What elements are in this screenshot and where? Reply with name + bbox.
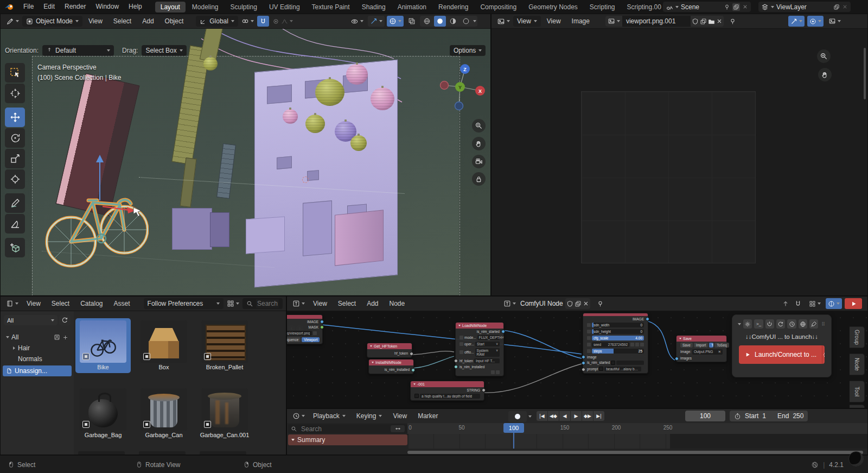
editor-type-button[interactable] — [290, 411, 307, 421]
close-icon[interactable] — [583, 300, 589, 307]
gizmos-dropdown[interactable] — [368, 16, 385, 27]
socket-hftoken-in[interactable] — [454, 359, 458, 363]
socket-image-in[interactable] — [582, 355, 585, 359]
menu-view[interactable]: View — [388, 409, 412, 424]
tool-select-box[interactable] — [5, 63, 25, 83]
pan-hand-button[interactable] — [818, 68, 832, 81]
socket-images-in[interactable] — [675, 357, 679, 361]
next-keyframe-button[interactable]: ◆▶ — [582, 411, 593, 421]
scene-name[interactable]: Scene — [681, 3, 722, 11]
socket-installed-out[interactable] — [411, 368, 415, 372]
sequence-button[interactable]: Sequence — [286, 337, 301, 342]
pin-icon[interactable] — [729, 18, 736, 25]
tosn-button[interactable]: ToSN... — [709, 343, 713, 348]
node-header[interactable]: Save — [676, 336, 726, 342]
snap-mode-dropdown[interactable] — [807, 298, 823, 309]
node-install-nim[interactable]: InstallNIMNode is_nim_installed — [368, 359, 414, 374]
snap-toggle[interactable] — [257, 16, 269, 27]
close-icon[interactable] — [842, 4, 848, 10]
socket-installed-in[interactable] — [454, 365, 458, 369]
node-header[interactable] — [286, 315, 322, 319]
node-string-001[interactable]: -001 STRING a high quality t...ay depth … — [410, 381, 484, 401]
workspace-tab[interactable]: Rendering — [433, 2, 474, 12]
catalog-item-hair[interactable]: Hair — [3, 343, 72, 354]
navigation-gizmo[interactable]: Z Y X — [438, 60, 488, 125]
menu-catalog[interactable]: Catalog — [75, 297, 107, 311]
menu-add[interactable]: Add — [137, 14, 158, 29]
tool-scale[interactable] — [5, 149, 25, 168]
scene-object-crate[interactable] — [246, 216, 285, 254]
node-header[interactable]: LoadNIMNode — [456, 323, 503, 329]
tool-add-cube[interactable] — [5, 238, 25, 257]
node-get-hftoken[interactable]: Get_HFToken hf_token — [367, 343, 412, 358]
scene-lantern[interactable] — [350, 135, 367, 151]
zoom-button[interactable] — [472, 119, 486, 133]
jump-to-end-button[interactable]: ▶| — [593, 411, 604, 421]
shading-solid-button[interactable] — [434, 16, 446, 27]
overlays-dropdown[interactable] — [387, 16, 404, 27]
node-tree-name[interactable]: ComfyUI Node — [520, 300, 563, 307]
snap-dropdown[interactable] — [788, 16, 805, 27]
menu-view[interactable]: View — [542, 14, 566, 29]
options-dropdown[interactable]: Options — [450, 45, 486, 56]
path-field[interactable]: ...ng/viewport.png — [286, 331, 312, 336]
launch-settings-button[interactable] — [822, 345, 825, 364]
gizmo-z-arrow[interactable] — [94, 153, 107, 201]
axis-z-handle[interactable]: Z — [463, 67, 467, 72]
tab-group[interactable]: Group — [850, 326, 865, 348]
viewport-button[interactable]: Viewport — [302, 337, 320, 342]
catalog-filter-dropdown[interactable]: All — [4, 315, 58, 325]
catalog-item-normals[interactable]: Normals — [3, 354, 72, 364]
browse-tree-button[interactable] — [501, 298, 518, 309]
tab-node[interactable]: Node — [850, 354, 865, 375]
search-input[interactable] — [300, 425, 388, 433]
socket-image-out[interactable] — [646, 317, 649, 321]
refresh-library-button[interactable] — [59, 315, 71, 325]
shading-material-button[interactable] — [447, 16, 459, 27]
save-button[interactable]: Save — [680, 343, 693, 348]
tool-cursor[interactable] — [5, 84, 25, 103]
viewport-canvas[interactable]: Camera Perspective (100) Scene Collectio… — [1, 29, 490, 295]
scene-object-dumpster[interactable] — [335, 210, 384, 266]
shield-icon[interactable] — [692, 18, 699, 25]
image-mode-dropdown[interactable]: View — [513, 16, 541, 27]
xray-toggle[interactable] — [406, 16, 418, 27]
asset-item-garbage-bag[interactable]: Garbage_Bag — [75, 386, 131, 441]
tool-move[interactable] — [5, 108, 25, 127]
display-channels-dropdown[interactable] — [826, 16, 843, 27]
summary-channel[interactable]: Summary — [288, 434, 407, 445]
catalog-item-unassigned[interactable]: Unassign... — [3, 365, 72, 376]
workspace-tab[interactable]: Scripting.00 — [622, 2, 667, 12]
menu-keying[interactable]: Keying — [352, 409, 387, 424]
folder-icon[interactable] — [313, 331, 317, 335]
menu-add[interactable]: Add — [362, 297, 383, 311]
tool-annotate[interactable] — [5, 193, 25, 213]
close-icon[interactable] — [742, 4, 748, 10]
node-run-nim[interactable]: IMAGE sdn_width0 sdn_height0 cfg_scale4.… — [583, 313, 648, 374]
launch-connect-button[interactable]: Launch/Connect to ... — [739, 345, 825, 364]
timeline-ruler[interactable]: 0 50 150 200 250 — [407, 423, 867, 434]
axis-x-handle[interactable]: X — [478, 89, 482, 94]
workspace-tab[interactable]: Texture Paint — [307, 2, 355, 12]
add-catalog-icon[interactable] — [62, 335, 68, 340]
scene-lantern[interactable] — [203, 57, 218, 71]
start-value[interactable]: 1 — [762, 412, 766, 420]
tool-measure[interactable] — [5, 214, 25, 234]
menu-file[interactable]: File — [18, 0, 39, 14]
display-settings-dropdown[interactable] — [225, 298, 241, 309]
import-button[interactable]: Import — [694, 343, 708, 348]
camera-view-button[interactable] — [472, 155, 486, 168]
end-value[interactable]: 250 — [793, 412, 803, 420]
lock-view-button[interactable] — [472, 172, 486, 186]
menu-select[interactable]: Select — [108, 14, 136, 29]
record-button[interactable] — [508, 411, 527, 422]
viewlayer-name[interactable]: ViewLayer — [776, 3, 831, 11]
search-input[interactable] — [256, 299, 279, 308]
panel-collapse-icon[interactable] — [738, 323, 741, 325]
transform-orientation-dropdown[interactable]: Global — [196, 16, 238, 27]
workspace-tab[interactable]: Geometry Nodes — [523, 2, 583, 12]
current-frame-field[interactable]: 100 — [685, 411, 725, 421]
scrollbar-horizontal[interactable] — [407, 451, 863, 454]
play-reverse-button[interactable]: ◀ — [559, 411, 570, 421]
tab-view[interactable]: Vi — [850, 405, 865, 408]
